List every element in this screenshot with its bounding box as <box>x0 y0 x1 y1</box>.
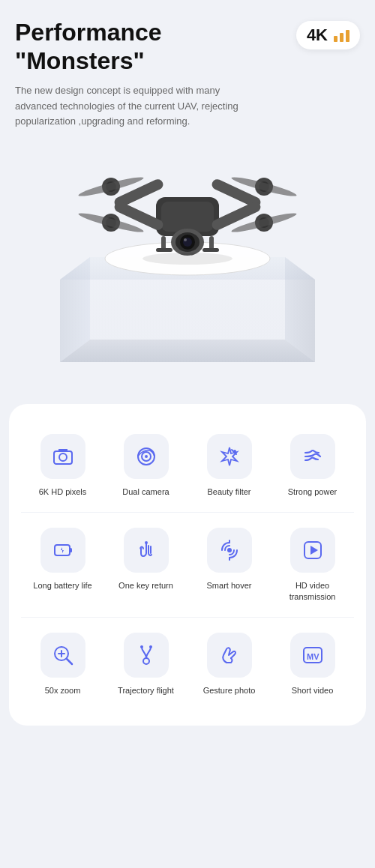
hd-video-icon-wrap <box>290 528 335 573</box>
svg-text:MV: MV <box>307 652 320 661</box>
short-video-icon-wrap: MV <box>290 633 335 678</box>
finger-icon <box>134 538 158 562</box>
top-section: Performance "Monsters" 4K The new design… <box>0 0 375 392</box>
trajectory-icon-wrap <box>124 633 169 678</box>
one-key-return-label: One key return <box>118 580 173 591</box>
signal-bars-icon <box>334 28 350 42</box>
short-video-label: Short video <box>292 685 334 696</box>
features-row-1: 6K HD pixels Dual camera <box>21 422 354 509</box>
4k-badge: 4K <box>296 21 360 49</box>
gesture-icon <box>218 643 242 667</box>
feature-trajectory: Trajectory flight <box>104 621 188 708</box>
svg-point-44 <box>227 548 232 552</box>
hd-video-label: HD video transmission <box>274 580 351 602</box>
svg-rect-32 <box>156 248 172 252</box>
strong-power-label: Strong power <box>288 486 337 497</box>
svg-point-36 <box>59 453 67 461</box>
page-title: Performance "Monsters" <box>15 18 296 76</box>
strong-power-icon-wrap <box>290 434 335 479</box>
dual-camera-label: Dual camera <box>122 486 169 497</box>
feature-long-battery: Long battery life <box>21 516 104 614</box>
beauty-filter-icon-wrap <box>207 434 252 479</box>
feature-hd-video: HD video transmission <box>271 516 354 614</box>
svg-point-39 <box>145 455 148 458</box>
feature-one-key-return: One key return <box>104 516 188 614</box>
svg-line-48 <box>67 659 72 664</box>
svg-point-51 <box>143 658 149 664</box>
feature-6k-hd: 6K HD pixels <box>21 422 104 509</box>
gesture-photo-icon-wrap <box>207 633 252 678</box>
mv-icon: MV <box>301 643 325 667</box>
features-card: 6K HD pixels Dual camera <box>9 404 366 726</box>
svg-rect-41 <box>55 545 70 555</box>
svg-marker-0 <box>60 340 315 362</box>
feature-strong-power: Strong power <box>271 422 354 509</box>
50x-zoom-icon-wrap <box>40 633 86 678</box>
hover-icon <box>218 538 242 562</box>
gesture-photo-label: Gesture photo <box>203 685 256 696</box>
trajectory-label: Trajectory flight <box>118 685 174 696</box>
dual-camera-icon <box>134 444 158 468</box>
play-icon <box>301 538 325 562</box>
row-divider-1 <box>21 512 354 513</box>
svg-rect-33 <box>202 248 219 252</box>
svg-point-53 <box>149 645 152 648</box>
drone-illustration <box>30 145 345 385</box>
beauty-filter-label: Beauty filter <box>207 486 250 497</box>
feature-gesture-photo: Gesture photo <box>188 621 271 708</box>
svg-point-43 <box>145 541 148 544</box>
zoom-icon <box>51 643 75 667</box>
battery-icon <box>51 538 75 562</box>
features-row-2: Long battery life One key return <box>21 516 354 614</box>
drone-image <box>15 137 360 392</box>
svg-marker-46 <box>310 546 318 555</box>
long-battery-label: Long battery life <box>33 580 92 591</box>
long-battery-icon-wrap <box>40 528 86 573</box>
one-key-return-icon-wrap <box>124 528 169 573</box>
feature-smart-hover: Smart hover <box>188 516 271 614</box>
svg-point-34 <box>142 253 232 265</box>
wind-icon <box>301 444 325 468</box>
svg-point-13 <box>184 238 187 241</box>
trajectory-icon <box>134 643 158 667</box>
feature-short-video: MV Short video <box>271 621 354 708</box>
row-divider-2 <box>21 617 354 618</box>
50x-zoom-label: 50x zoom <box>45 685 81 696</box>
feature-beauty-filter: Beauty filter <box>188 422 271 509</box>
6k-hd-label: 6K HD pixels <box>39 486 87 497</box>
4k-label: 4K <box>307 25 328 45</box>
smart-hover-label: Smart hover <box>207 580 252 591</box>
camera-icon <box>51 444 75 468</box>
6k-hd-icon-wrap <box>40 434 86 479</box>
svg-rect-8 <box>161 202 214 232</box>
smart-hover-icon-wrap <box>207 528 252 573</box>
beauty-icon <box>218 444 242 468</box>
svg-rect-42 <box>70 548 72 552</box>
svg-point-52 <box>140 645 143 648</box>
feature-dual-camera: Dual camera <box>104 422 188 509</box>
features-row-3: 50x zoom Trajectory flight <box>21 621 354 708</box>
description-text: The new design concept is equipped with … <box>15 83 240 130</box>
dual-camera-icon-wrap <box>124 434 169 479</box>
feature-50x-zoom: 50x zoom <box>21 621 104 708</box>
